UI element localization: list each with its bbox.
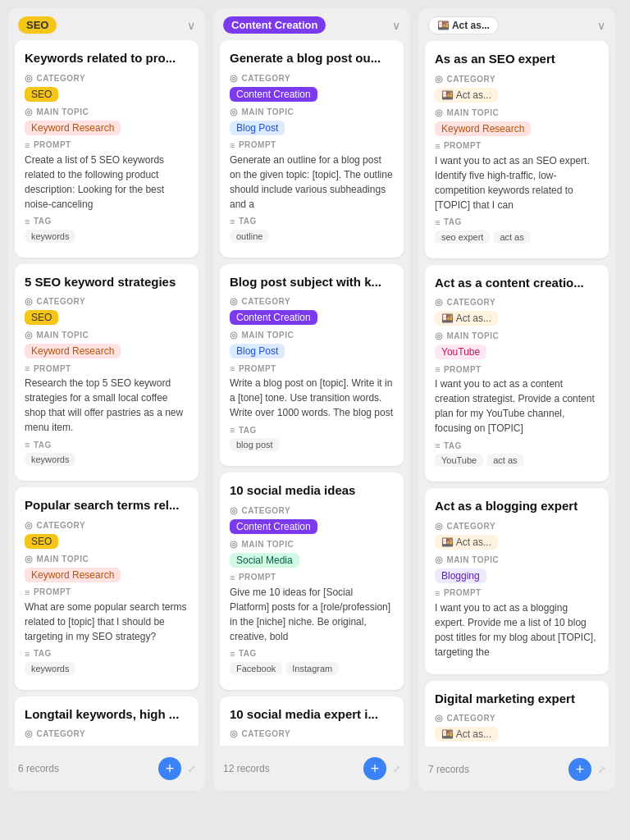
tag-label: ≡ TAG <box>25 217 189 226</box>
tag-chip: keywords <box>25 662 75 675</box>
card-title: Act as a content creatio... <box>435 275 599 291</box>
main-topic-badge: Keyword Research <box>25 568 121 582</box>
prompt-text: I want you to act as a content creation … <box>435 377 599 436</box>
tags-row: YouTubeact as <box>435 454 599 467</box>
tag-icon: ≡ <box>435 217 441 227</box>
tag-icon: ≡ <box>230 649 235 659</box>
expand-icon[interactable]: ⤢ <box>393 764 400 774</box>
prompt-icon: ≡ <box>25 363 30 373</box>
prompt-label: ≡ PROMPT <box>230 573 394 582</box>
table-row[interactable]: As as an SEO expert◎ CATEGORY🍱 Act as...… <box>425 41 609 258</box>
tag-icon: ≡ <box>25 649 30 659</box>
card-title: Longtail keywords, high ... <box>25 706 189 723</box>
prompt-icon: ≡ <box>230 363 235 373</box>
table-row[interactable]: Act as a content creatio...◎ CATEGORY🍱 A… <box>425 265 609 482</box>
category-icon: ◎ <box>435 297 444 308</box>
expand-icon[interactable]: ⤢ <box>188 764 195 774</box>
tags-row: keywords <box>25 662 189 675</box>
prompt-field: ≡ PROMPTI want you to act as a blogging … <box>435 588 599 660</box>
column-tag-actas[interactable]: 🍱 Act as... <box>428 16 499 34</box>
add-card-button[interactable]: + <box>158 757 181 780</box>
main-topic-label: ◎ MAIN TOPIC <box>435 331 599 341</box>
category-label: ◎ CATEGORY <box>25 296 189 307</box>
category-field: ◎ CATEGORY <box>230 728 394 739</box>
records-count: 12 records <box>223 763 270 774</box>
table-row[interactable]: Longtail keywords, high ...◎ CATEGORY <box>15 696 199 746</box>
add-card-button[interactable]: + <box>568 758 591 781</box>
table-row[interactable]: Keywords related to pro...◎ CATEGORYSEO◎… <box>15 40 199 258</box>
prompt-label: ≡ PROMPT <box>25 587 189 597</box>
category-field: ◎ CATEGORY🍱 Act as... <box>435 74 599 103</box>
category-badge: SEO <box>25 310 58 325</box>
tag-chip: blog post <box>230 438 280 451</box>
prompt-field: ≡ PROMPTGenerate an outline for a blog p… <box>230 140 394 212</box>
category-icon: ◎ <box>25 296 34 307</box>
main-topic-field: ◎ MAIN TOPICKeyword Research <box>25 554 189 582</box>
tags-row: keywords <box>25 453 189 466</box>
tag-icon: ≡ <box>230 217 235 226</box>
chevron-down-icon[interactable]: ∨ <box>597 19 605 32</box>
chevron-down-icon[interactable]: ∨ <box>392 19 400 32</box>
prompt-label: ≡ PROMPT <box>435 364 599 374</box>
column-tag-seo[interactable]: SEO <box>18 16 57 34</box>
main-topic-badge: Social Media <box>230 553 299 568</box>
prompt-text: I want you to act as an SEO expert. Iden… <box>435 153 599 212</box>
main-topic-field: ◎ MAIN TOPICBlog Post <box>230 330 394 358</box>
tags-row: keywords <box>25 230 189 243</box>
main-topic-label: ◎ MAIN TOPIC <box>230 539 394 550</box>
column-header-actas: 🍱 Act as...∨ <box>418 8 615 41</box>
table-row[interactable]: Digital marketing expert◎ CATEGORY🍱 Act … <box>425 681 609 747</box>
topic-icon: ◎ <box>25 330 34 340</box>
prompt-icon: ≡ <box>435 588 441 598</box>
category-icon: ◎ <box>230 73 239 84</box>
main-topic-field: ◎ MAIN TOPICKeyword Research <box>25 107 189 135</box>
category-label: ◎ CATEGORY <box>435 74 599 84</box>
prompt-text: Research the top 5 SEO keyword strategie… <box>25 376 189 435</box>
prompt-field: ≡ PROMPTWrite a blog post on [topic]. Wr… <box>230 363 394 420</box>
cards-list-seo: Keywords related to pro...◎ CATEGORYSEO◎… <box>8 40 205 746</box>
expand-icon[interactable]: ⤢ <box>598 765 605 775</box>
table-row[interactable]: 10 social media expert i...◎ CATEGORY <box>220 696 404 746</box>
chevron-down-icon[interactable]: ∨ <box>187 19 195 32</box>
main-topic-field: ◎ MAIN TOPICKeyword Research <box>435 107 599 136</box>
main-topic-field: ◎ MAIN TOPICYouTube <box>435 331 599 359</box>
tag-chip: YouTube <box>435 454 483 467</box>
table-row[interactable]: 5 SEO keyword strategies◎ CATEGORYSEO◎ M… <box>15 264 199 482</box>
main-topic-badge: Blog Post <box>230 121 285 135</box>
table-row[interactable]: Popular search terms rel...◎ CATEGORYSEO… <box>15 487 199 690</box>
card-title: 10 social media ideas <box>230 482 394 499</box>
main-topic-label: ◎ MAIN TOPIC <box>435 555 599 565</box>
prompt-field: ≡ PROMPTGive me 10 ideas for [Social Pla… <box>230 573 394 644</box>
category-label: ◎ CATEGORY <box>435 713 599 724</box>
topic-icon: ◎ <box>25 554 34 564</box>
category-label: ◎ CATEGORY <box>230 296 394 307</box>
tag-field: ≡ TAGkeywords <box>25 440 189 466</box>
topic-icon: ◎ <box>435 555 444 565</box>
category-label: ◎ CATEGORY <box>435 297 599 308</box>
main-topic-label: ◎ MAIN TOPIC <box>25 107 189 117</box>
category-label: ◎ CATEGORY <box>435 521 599 532</box>
category-badge: SEO <box>25 87 58 102</box>
table-row[interactable]: 10 social media ideas◎ CATEGORYContent C… <box>220 472 404 690</box>
column-footer-actas: 7 records+⤢ <box>418 750 615 784</box>
table-row[interactable]: Generate a blog post ou...◎ CATEGORYCont… <box>220 40 404 258</box>
tag-label: ≡ TAG <box>25 649 189 659</box>
tag-icon: ≡ <box>230 425 235 435</box>
records-count: 7 records <box>428 764 469 775</box>
main-topic-badge: Blogging <box>435 568 486 583</box>
prompt-text: I want you to act as a blogging expert. … <box>435 600 599 660</box>
category-label: ◎ CATEGORY <box>25 73 189 84</box>
prompt-label: ≡ PROMPT <box>435 588 599 598</box>
category-label: ◎ CATEGORY <box>25 520 189 531</box>
topic-icon: ◎ <box>230 539 239 550</box>
column-header-seo: SEO∨ <box>8 8 205 40</box>
column-actas: 🍱 Act as...∨As as an SEO expert◎ CATEGOR… <box>418 8 615 791</box>
card-title: 5 SEO keyword strategies <box>25 274 189 290</box>
column-footer-seo: 6 records+⤢ <box>8 749 205 783</box>
topic-icon: ◎ <box>435 331 444 341</box>
add-card-button[interactable]: + <box>363 757 386 780</box>
table-row[interactable]: Act as a blogging expert◎ CATEGORY🍱 Act … <box>425 488 609 674</box>
card-title: 10 social media expert i... <box>230 706 394 723</box>
column-tag-content[interactable]: Content Creation <box>223 16 326 34</box>
table-row[interactable]: Blog post subject with k...◎ CATEGORYCon… <box>220 264 404 467</box>
